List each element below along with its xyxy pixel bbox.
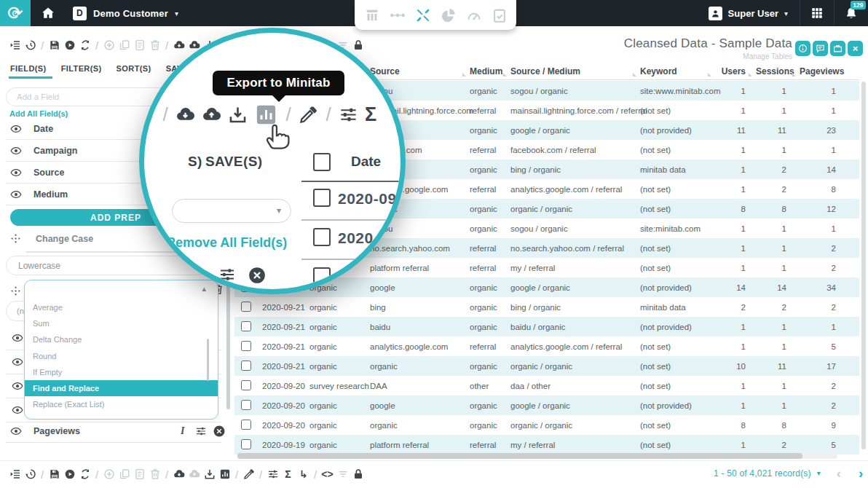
gauge-module-icon[interactable]: [466, 7, 482, 23]
cloud-download-icon[interactable]: [173, 468, 185, 481]
download-icon[interactable]: [228, 105, 248, 125]
cloud-upload-icon[interactable]: [202, 105, 221, 125]
indent-list-icon[interactable]: [9, 468, 21, 481]
comments-button[interactable]: [813, 41, 828, 56]
table-horizontal-scrollbar[interactable]: [237, 453, 802, 459]
prep-row-change-case[interactable]: Change Case: [10, 233, 93, 244]
dropdown-scrollbar[interactable]: [207, 339, 210, 381]
table-module-icon[interactable]: [364, 7, 380, 23]
eye-icon[interactable]: [10, 145, 22, 157]
package-button[interactable]: [830, 41, 845, 56]
column-header[interactable]: Pageviews: [800, 66, 836, 76]
chevron-down-icon[interactable]: ▾: [817, 469, 821, 477]
prep-dropdown[interactable]: ▴ AverageSumDelta ChangeRoundIf EmptyFin…: [24, 280, 218, 420]
column-header[interactable]: Source / Medium: [510, 66, 580, 76]
sidebar-scrollbar[interactable]: [226, 283, 230, 409]
sliders-icon[interactable]: [339, 105, 358, 125]
row-checkbox[interactable]: [241, 439, 251, 449]
eye-icon[interactable]: [10, 189, 22, 200]
next-page-button[interactable]: ›: [859, 466, 863, 480]
format-icon[interactable]: I: [181, 425, 184, 437]
history-icon[interactable]: [24, 39, 36, 52]
eye-icon[interactable]: [12, 356, 23, 368]
table-vertical-scrollbar[interactable]: [861, 82, 866, 449]
filter-icon[interactable]: [336, 468, 349, 481]
sliders-icon[interactable]: [267, 468, 279, 481]
sliders-icon[interactable]: [218, 266, 236, 283]
remove-field-icon[interactable]: [248, 266, 267, 285]
apps-grid-button[interactable]: [800, 0, 834, 26]
add-icon[interactable]: [103, 39, 115, 52]
column-header[interactable]: Keyword: [640, 66, 677, 76]
previous-page-button[interactable]: ‹: [837, 466, 841, 480]
home-button[interactable]: [41, 6, 55, 20]
clipboard-module-icon[interactable]: [492, 7, 508, 23]
row-checkbox[interactable]: [241, 341, 251, 351]
cloud-download-icon[interactable]: [173, 39, 185, 52]
eyedropper-icon[interactable]: [299, 105, 318, 125]
nodes-module-icon[interactable]: [390, 7, 406, 23]
tab-sorts[interactable]: SORT(S): [117, 64, 151, 79]
row-checkbox[interactable]: [313, 189, 331, 207]
column-header[interactable]: Users: [715, 66, 746, 76]
copy-icon[interactable]: [118, 468, 130, 481]
dropdown-option[interactable]: Sum: [25, 315, 218, 331]
dropdown-option[interactable]: If Empty: [25, 364, 218, 380]
code-icon[interactable]: <>: [321, 468, 334, 481]
lock-icon[interactable]: [352, 468, 364, 481]
prep-select[interactable]: ▾: [172, 199, 291, 223]
row-checkbox[interactable]: [313, 228, 331, 246]
dropdown-option[interactable]: Round: [25, 348, 218, 364]
move-icon[interactable]: [10, 233, 21, 244]
tools-module-icon[interactable]: [415, 7, 431, 23]
column-header[interactable]: Sessions: [756, 66, 786, 76]
add-icon[interactable]: [103, 468, 115, 481]
history-icon[interactable]: [24, 468, 36, 481]
row-checkbox[interactable]: [241, 400, 251, 410]
save-icon[interactable]: [48, 39, 60, 52]
refresh-icon[interactable]: [79, 468, 91, 481]
eye-icon[interactable]: [10, 425, 22, 437]
dropdown-option[interactable]: Average: [25, 299, 218, 315]
prep-value-input[interactable]: [6, 256, 208, 275]
row-checkbox[interactable]: [241, 420, 251, 430]
move-icon[interactable]: [10, 286, 21, 296]
close-button[interactable]: ×: [848, 41, 863, 56]
sliders-icon[interactable]: [195, 425, 207, 437]
sigma-icon[interactable]: Σ: [365, 105, 384, 125]
download-icon[interactable]: [203, 468, 216, 481]
cloud-download-icon[interactable]: [175, 105, 195, 125]
add-all-fields-link[interactable]: Add All Field(s): [9, 109, 68, 118]
export-chart-icon[interactable]: [218, 468, 231, 481]
select-all-checkbox[interactable]: [313, 153, 331, 171]
row-checkbox[interactable]: [241, 380, 251, 390]
dropdown-option[interactable]: Find and Replace: [25, 380, 218, 396]
column-header[interactable]: Medium: [470, 66, 502, 76]
row-checkbox[interactable]: [241, 302, 251, 312]
copy-icon[interactable]: [118, 39, 130, 52]
indent-list-icon[interactable]: [9, 39, 21, 52]
eye-icon[interactable]: [10, 123, 22, 135]
remove-field-icon[interactable]: [213, 425, 226, 438]
customer-menu[interactable]: D Demo Customer ▾: [73, 7, 178, 20]
cloud-upload-icon[interactable]: [188, 468, 200, 481]
delete-icon[interactable]: [149, 39, 161, 52]
eye-icon[interactable]: [12, 380, 23, 392]
row-checkbox[interactable]: [241, 321, 251, 331]
eye-icon[interactable]: [12, 332, 23, 344]
notifications-button[interactable]: 129: [835, 0, 868, 26]
chevron-up-icon[interactable]: ▴: [202, 284, 206, 294]
app-logo[interactable]: ⟳⚙: [0, 0, 31, 26]
sigma-icon[interactable]: Σ: [282, 468, 294, 481]
eyedropper-icon[interactable]: [242, 468, 255, 481]
tab-filters[interactable]: FILTER(S): [61, 64, 102, 79]
tab-saves[interactable]: SAVE(S): [205, 154, 262, 170]
date-column-header[interactable]: Date: [351, 154, 381, 170]
record-count[interactable]: 1 - 50 of 4,021 record(s): [714, 468, 811, 479]
dropdown-option[interactable]: Replace (Exact List): [25, 396, 218, 412]
eye-icon[interactable]: [10, 167, 22, 178]
delete-icon[interactable]: [149, 468, 161, 481]
refresh-icon[interactable]: [79, 39, 91, 52]
user-menu[interactable]: Super User ▾: [697, 7, 800, 20]
pie-module-icon[interactable]: [441, 7, 457, 23]
